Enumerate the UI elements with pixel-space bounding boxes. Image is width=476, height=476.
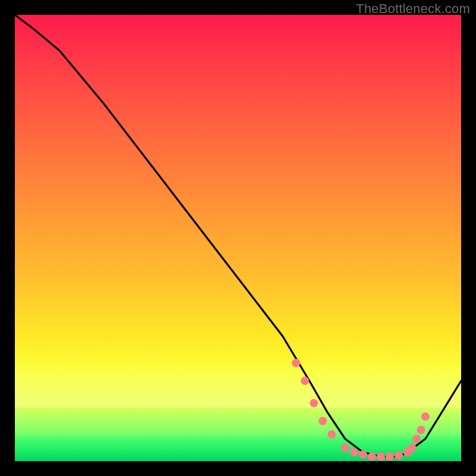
- highlight-point: [394, 451, 403, 459]
- highlight-point: [319, 417, 327, 425]
- highlight-point: [403, 448, 412, 456]
- highlight-point: [412, 435, 421, 443]
- highlight-point: [310, 399, 318, 408]
- curve-svg: [15, 15, 461, 461]
- highlight-point: [408, 444, 416, 452]
- highlight-point: [341, 444, 349, 452]
- highlight-point: [386, 453, 394, 461]
- highlight-markers: [292, 359, 430, 461]
- highlight-point: [301, 377, 309, 385]
- highlight-point: [377, 453, 385, 461]
- chart-frame: TheBottleneck.com: [0, 0, 476, 476]
- highlight-point: [350, 448, 358, 456]
- plot-area: [15, 15, 461, 461]
- highlight-point: [421, 412, 430, 421]
- bottom-yellow-band: [15, 363, 461, 408]
- highlight-point: [328, 430, 336, 439]
- highlight-point: [417, 426, 425, 434]
- highlight-point: [292, 359, 300, 367]
- highlight-point: [368, 453, 376, 461]
- bottom-green-band: [15, 434, 461, 461]
- highlight-point: [359, 450, 367, 459]
- bottleneck-curve: [15, 15, 461, 457]
